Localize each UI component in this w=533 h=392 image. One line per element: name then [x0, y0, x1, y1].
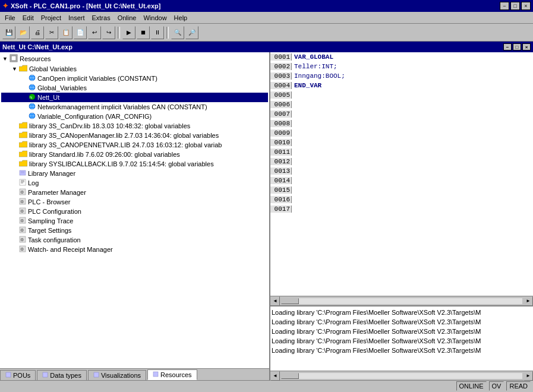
- tab-resources[interactable]: Resources: [147, 369, 197, 380]
- tab-pous[interactable]: POUs: [0, 370, 36, 380]
- tree-item-plc-browser[interactable]: ⚙PLC - Browser: [1, 197, 268, 207]
- tree-item-library-manager[interactable]: Library Manager: [1, 169, 268, 178]
- scroll-right-button[interactable]: ►: [523, 296, 533, 306]
- read-status: READ: [506, 381, 531, 391]
- output-thumb[interactable]: [281, 373, 299, 379]
- minimize-button[interactable]: −: [500, 2, 509, 10]
- tree-item-resources[interactable]: ▼Resources: [1, 53, 268, 64]
- maximize-button[interactable]: □: [510, 2, 520, 10]
- code-line: 0002 Teller:INT;: [270, 62, 533, 71]
- menu-item-insert[interactable]: Insert: [65, 13, 89, 23]
- tree-item-global-vars[interactable]: ▼Global Variables: [1, 64, 268, 74]
- toolbar-button[interactable]: 🖨: [31, 26, 44, 39]
- tree-item-network-implicit[interactable]: Networkmanagement implicit Variables CAN…: [1, 102, 268, 112]
- left-panel: ▼Resources▼Global VariablesCanOpen impli…: [0, 52, 270, 380]
- code-line: 0004END_VAR: [270, 81, 533, 90]
- toolbar-button[interactable]: ⏹: [137, 26, 150, 39]
- svg-text:⚙: ⚙: [20, 247, 24, 251]
- menu-item-extras[interactable]: Extras: [88, 13, 113, 23]
- toolbar-button[interactable]: 🔎: [185, 26, 198, 39]
- doc-close-button[interactable]: ×: [522, 43, 531, 50]
- tree-item-parameter-manager[interactable]: ⚙Parameter Manager: [1, 188, 268, 197]
- line-content: END_VAR: [292, 82, 321, 89]
- toolbar-button[interactable]: ⏸: [151, 26, 164, 39]
- tree-item-lib3[interactable]: library 3S_CANOPENNETVAR.LIB 24.7.03 16:…: [1, 140, 268, 150]
- tab-icon: [42, 372, 48, 379]
- online-status: ONLINE: [456, 381, 487, 391]
- menu-item-window[interactable]: Window: [140, 13, 170, 23]
- tool-icon: ⚙: [19, 217, 26, 225]
- lib-icon: [19, 150, 27, 159]
- close-button[interactable]: ×: [521, 2, 531, 10]
- line-number: 0013: [270, 167, 292, 175]
- horizontal-scrollbar[interactable]: ◄ ►: [270, 296, 533, 305]
- toolbar-button[interactable]: 🔍: [171, 26, 184, 39]
- line-number: 0001: [270, 53, 292, 61]
- code-line: 0010: [270, 138, 533, 147]
- toolbar-button[interactable]: 💾: [2, 26, 15, 39]
- code-line: 0003 Inngang:BOOL;: [270, 71, 533, 81]
- tree-item-target-settings[interactable]: ⚙Target Settings: [1, 226, 268, 235]
- tree-item-plc-config[interactable]: ⚙PLC Configuration: [1, 207, 268, 216]
- tree-item-lib2[interactable]: library 3S_CANopenManager.lib 2.7.03 14:…: [1, 131, 268, 140]
- line-number: 0017: [270, 206, 292, 213]
- toolbar-button[interactable]: ▶: [122, 26, 135, 39]
- line-number: 0007: [270, 110, 292, 118]
- tree-item-label: Log: [28, 179, 39, 186]
- tree-item-label: Nett_Ut: [37, 94, 59, 101]
- tab-data-types[interactable]: Data types: [37, 370, 87, 380]
- right-panel: 0001VAR_GLOBAL0002 Teller:INT;0003 Innga…: [270, 52, 533, 380]
- resource-tree[interactable]: ▼Resources▼Global VariablesCanOpen impli…: [0, 52, 269, 368]
- tree-item-label: PLC - Browser: [28, 198, 71, 206]
- menu-item-help[interactable]: Help: [171, 13, 191, 23]
- tab-icon: [5, 372, 11, 379]
- tree-item-label: CanOpen implicit Variables (CONSTANT): [37, 75, 157, 82]
- tool-icon: ⚙: [19, 188, 26, 197]
- output-log: Loading library 'C:\Program Files\Moelle…: [270, 305, 533, 371]
- menu-item-edit[interactable]: Edit: [19, 13, 37, 23]
- tree-item-sampling-trace[interactable]: ⚙Sampling Trace: [1, 216, 268, 226]
- tree-item-global-variables[interactable]: Global_Variables: [1, 83, 268, 93]
- scroll-thumb[interactable]: [281, 298, 299, 304]
- log-line: Loading library 'C:\Program Files\Moelle…: [272, 317, 532, 327]
- tree-item-label: library 3S_CANopenManager.lib 2.7.03 14:…: [29, 132, 219, 139]
- tree-item-nett-ut[interactable]: NNett_Ut: [1, 93, 268, 102]
- toolbar-button[interactable]: ✂: [45, 26, 58, 39]
- output-scroll-right[interactable]: ►: [523, 371, 533, 381]
- code-editor[interactable]: 0001VAR_GLOBAL0002 Teller:INT;0003 Innga…: [270, 52, 533, 296]
- expand-icon: ▼: [12, 66, 18, 72]
- tree-item-watch-receipt[interactable]: ⚙Watch- and Receipt Manager: [1, 245, 268, 254]
- tree-item-task-config[interactable]: ⚙Task configuration: [1, 235, 268, 245]
- tab-visualizations[interactable]: Visualizations: [88, 370, 146, 380]
- toolbar-button[interactable]: 📂: [17, 26, 30, 39]
- menu-item-project[interactable]: Project: [37, 13, 65, 23]
- tree-item-log[interactable]: Log: [1, 178, 268, 188]
- tool-icon: ⚙: [19, 245, 26, 254]
- tree-item-canopen-implicit[interactable]: CanOpen implicit Variables (CONSTANT): [1, 74, 268, 83]
- toolbar-button[interactable]: ↩: [88, 26, 101, 39]
- tree-item-lib1[interactable]: library 3S_CanDrv.lib 18.3.03 10:48:32: …: [1, 121, 268, 131]
- menu-item-file[interactable]: File: [1, 13, 19, 23]
- output-scroll-left[interactable]: ◄: [270, 371, 280, 381]
- toolbar-button[interactable]: ↪: [102, 26, 115, 39]
- tab-label: Data types: [50, 372, 81, 379]
- menu-item-online[interactable]: Online: [114, 13, 140, 23]
- tree-item-label: PLC Configuration: [28, 208, 81, 215]
- code-line: 0001VAR_GLOBAL: [270, 52, 533, 62]
- toolbar-button[interactable]: 📋: [59, 26, 72, 39]
- tree-item-label: library Standard.lib 7.6.02 09:26:00: gl…: [29, 151, 180, 158]
- code-line: 0012: [270, 157, 533, 166]
- nett-icon: N: [29, 93, 36, 102]
- output-scrollbar[interactable]: ◄ ►: [270, 371, 533, 380]
- tree-item-variable-config[interactable]: Variable_Configuration (VAR_CONFIG): [1, 112, 268, 121]
- tree-item-lib4[interactable]: library Standard.lib 7.6.02 09:26:00: gl…: [1, 150, 268, 159]
- doc-minimize-button[interactable]: −: [503, 43, 512, 50]
- tab-icon: [153, 371, 159, 378]
- tree-item-lib5[interactable]: library SYSLIBCALLBACK.LIB 9.7.02 15:14:…: [1, 159, 268, 169]
- status-bar: ONLINE OV READ: [0, 380, 533, 391]
- lib-icon: [19, 131, 27, 140]
- doc-maximize-button[interactable]: □: [513, 43, 521, 50]
- scroll-left-button[interactable]: ◄: [270, 296, 280, 306]
- toolbar-button[interactable]: 📄: [74, 26, 87, 39]
- code-line: 0016: [270, 195, 533, 204]
